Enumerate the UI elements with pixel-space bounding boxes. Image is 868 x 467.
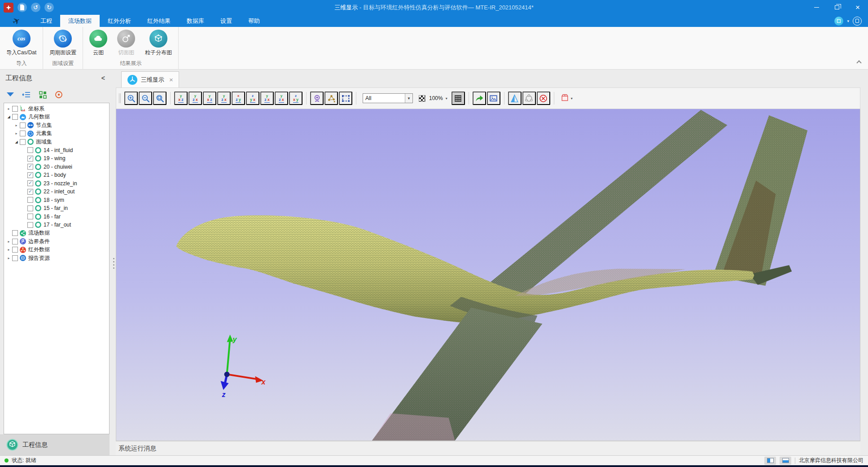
tree-checkbox[interactable] xyxy=(27,214,33,219)
view-iso-3-button[interactable]: zxy xyxy=(289,92,302,105)
ribbon-button[interactable]: 周期面设置 xyxy=(48,29,78,58)
tree-item[interactable]: 21 - body xyxy=(4,171,109,179)
redo-icon[interactable]: ↻ xyxy=(44,3,54,12)
display-filter-combo[interactable]: All▼ xyxy=(363,93,413,103)
tree-item[interactable]: ▸节点集 xyxy=(4,121,109,130)
view-right-button[interactable]: yzx xyxy=(217,92,231,105)
export-view-button[interactable] xyxy=(473,92,486,105)
menu-tab-2[interactable]: 流场数据 xyxy=(60,15,100,27)
menu-tab-6[interactable]: 设置 xyxy=(212,15,240,27)
sidebar-bottom-tab[interactable]: 工程信息 xyxy=(0,434,110,455)
zoom-in-button[interactable] xyxy=(124,92,138,105)
tree-checkbox[interactable] xyxy=(27,147,33,153)
theme-caret-icon[interactable]: ▾ xyxy=(847,19,849,23)
tree-checkbox[interactable] xyxy=(27,222,33,228)
tree-checkbox[interactable] xyxy=(12,114,18,120)
expand-arrow-icon[interactable]: ▸ xyxy=(6,107,12,111)
section-box-button[interactable]: ▾ xyxy=(558,92,576,105)
camera-view-button[interactable] xyxy=(310,92,324,105)
ribbon-button[interactable]: cas导入Cas/Dat xyxy=(4,29,38,58)
tree-item[interactable]: 15 - far_in xyxy=(4,204,109,213)
locate-target-icon[interactable] xyxy=(54,90,64,100)
tree-item[interactable]: ◢几何数据 xyxy=(4,113,109,122)
viewport-3d[interactable]: y x z xyxy=(116,109,860,441)
tab-close-icon[interactable]: × xyxy=(169,76,173,83)
expand-arrow-icon[interactable]: ▸ xyxy=(6,256,12,260)
expand-arrow-icon[interactable]: ▸ xyxy=(13,131,19,135)
menu-tab-4[interactable]: 红外结果 xyxy=(139,15,179,27)
tree-item[interactable]: 18 - sym xyxy=(4,196,109,205)
combo-dropdown-icon[interactable]: ▼ xyxy=(405,94,412,103)
tree-checkbox[interactable] xyxy=(20,139,26,145)
tree-item[interactable]: 17 - far_out xyxy=(4,221,109,229)
view-iso-1-button[interactable]: yzx xyxy=(260,92,274,105)
expand-arrow-icon[interactable]: ▸ xyxy=(13,123,19,127)
tree-item[interactable]: 流场数据 xyxy=(4,229,109,238)
view-top-button[interactable]: xzy xyxy=(232,92,245,105)
ring-nodes-button[interactable] xyxy=(522,92,536,105)
view-iso-2-button[interactable]: yzx xyxy=(275,92,288,105)
expand-arrow-icon[interactable]: ▸ xyxy=(6,248,12,252)
tree-item[interactable]: 16 - far xyxy=(4,213,109,221)
tree-checkbox[interactable] xyxy=(27,197,33,203)
tree-checkbox[interactable] xyxy=(12,230,18,236)
tree-checkbox[interactable] xyxy=(12,247,18,253)
tree-item[interactable]: ▸Yzx坐标系 xyxy=(4,105,109,113)
new-document-icon[interactable] xyxy=(18,3,27,12)
expand-arrow-icon[interactable]: ▸ xyxy=(6,240,12,244)
view-bottom-button[interactable]: zyx xyxy=(246,92,259,105)
tree-item[interactable]: 23 - nozzle_in xyxy=(4,179,109,188)
tree-item[interactable]: ▸红外数据 xyxy=(4,246,109,254)
tree-checkbox[interactable] xyxy=(12,106,18,112)
panel-left-toggle-icon[interactable] xyxy=(764,457,776,465)
tree-item[interactable]: 19 - wing xyxy=(4,154,109,163)
mirror-button[interactable] xyxy=(508,92,522,105)
menu-tab-3[interactable]: 红外分析 xyxy=(100,15,139,27)
collapse-arrow-icon[interactable]: ◢ xyxy=(6,115,12,119)
tree-item[interactable]: 14 - int_fluid xyxy=(4,146,109,155)
grid-toggle-button[interactable] xyxy=(452,92,465,105)
tree-checkbox[interactable] xyxy=(27,156,33,161)
tree-checkbox[interactable] xyxy=(27,172,33,178)
sidebar-splitter-handle[interactable] xyxy=(113,258,114,269)
document-tab-3d-view[interactable]: 三维显示 × xyxy=(121,71,179,87)
tree-checkbox[interactable] xyxy=(12,239,18,244)
tree-checkbox[interactable] xyxy=(27,180,33,186)
tree-checkbox[interactable] xyxy=(20,122,26,128)
panel-bottom-toggle-icon[interactable] xyxy=(780,457,791,465)
opacity-zoom-button[interactable]: 100%▾ xyxy=(416,92,451,105)
tree-checkbox[interactable] xyxy=(27,164,33,170)
tree-checkbox[interactable] xyxy=(12,255,18,261)
toolbar-drag-handle[interactable] xyxy=(119,93,121,103)
outline-list-icon[interactable] xyxy=(22,90,31,100)
close-button[interactable]: × xyxy=(847,0,868,15)
box-select-button[interactable] xyxy=(339,92,352,105)
group-grid-icon[interactable] xyxy=(38,90,48,100)
menu-tab-5[interactable]: 数据库 xyxy=(179,15,212,27)
minimize-button[interactable] xyxy=(806,0,827,15)
tree-checkbox[interactable] xyxy=(27,205,33,211)
section-box-caret-icon[interactable]: ▾ xyxy=(571,96,573,100)
tree-item[interactable]: ◢面域集 xyxy=(4,138,109,146)
delete-view-button[interactable] xyxy=(537,92,550,105)
view-back-button[interactable]: yzx xyxy=(189,92,202,105)
ribbon-collapse-chevron-icon[interactable] xyxy=(856,60,861,65)
maximize-button[interactable] xyxy=(827,0,847,15)
ribbon-button[interactable]: 云图 xyxy=(88,29,109,58)
menu-tab-7[interactable]: 帮助 xyxy=(240,15,268,27)
sidebar-collapse-icon[interactable]: < xyxy=(101,74,105,82)
tree-item[interactable]: 20 - chuiwei xyxy=(4,163,109,171)
zoom-caret-icon[interactable]: ▾ xyxy=(446,96,447,100)
view-front-button[interactable]: yxz xyxy=(174,92,188,105)
app-logo-icon[interactable] xyxy=(4,3,13,13)
tree-checkbox[interactable] xyxy=(20,131,26,136)
zoom-out-button[interactable] xyxy=(139,92,152,105)
snapshot-button[interactable] xyxy=(487,92,500,105)
tree-checkbox[interactable] xyxy=(27,189,33,195)
view-left-button[interactable]: yxz xyxy=(203,92,216,105)
particle-trace-button[interactable] xyxy=(324,92,338,105)
tree-item[interactable]: ▸报告资源 xyxy=(4,254,109,262)
theme-button[interactable] xyxy=(834,17,843,26)
filter-icon[interactable] xyxy=(5,90,15,100)
collapse-arrow-icon[interactable]: ◢ xyxy=(13,140,19,144)
